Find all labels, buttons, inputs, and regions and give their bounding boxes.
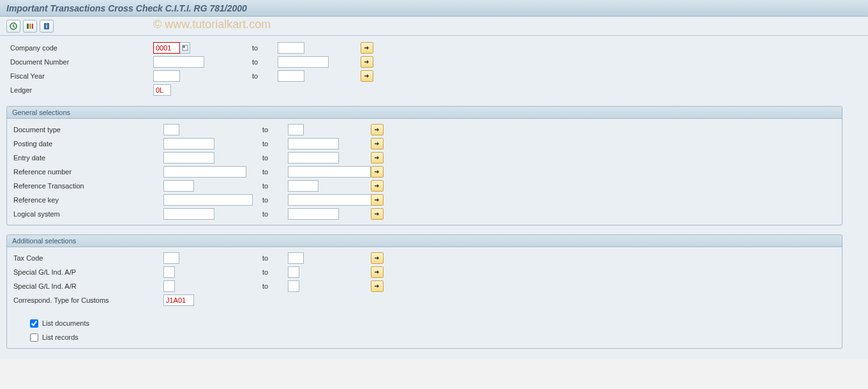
ledger-input[interactable] [153,84,171,96]
fiscal-year-input[interactable] [153,70,180,82]
to-label: to [262,210,288,218]
group-title-additional: Additional selections [7,235,842,247]
label-ledger: Ledger [6,86,153,94]
tax-code-to-input[interactable] [288,252,304,264]
reference-transaction-to-input[interactable] [288,180,318,192]
to-label: to [262,282,288,290]
row-reference-number: Reference number to [7,165,842,179]
correspondence-type-input[interactable] [163,294,194,306]
multi-select-reference-key[interactable] [371,194,384,206]
posting-date-input[interactable] [163,138,214,149]
label-sgl-ar: Special G/L Ind. A/R [7,282,163,290]
label-sgl-ap: Special G/L Ind. A/P [7,268,163,276]
row-reference-key: Reference key to [7,193,842,207]
label-reference-key: Reference key [7,196,163,204]
row-posting-date: Posting date to [7,137,842,151]
row-logical-system: Logical system to [7,207,842,221]
variant-button[interactable] [23,20,37,33]
to-label: to [262,126,288,133]
entry-date-input[interactable] [163,152,214,164]
doc-type-input[interactable] [163,124,179,135]
doc-number-to-input[interactable] [278,56,329,68]
company-code-f4-icon[interactable] [180,42,190,54]
to-label: to [252,58,278,66]
title-bar: Important Transactions Cross Check C.I.T… [0,0,868,17]
reference-transaction-input[interactable] [163,180,194,192]
sgl-ar-input[interactable] [163,280,175,292]
label-posting-date: Posting date [7,140,163,148]
multi-select-reference-transaction[interactable] [371,180,384,192]
reference-key-input[interactable] [163,194,253,206]
sgl-ap-input[interactable] [163,266,175,278]
row-reference-transaction: Reference Transaction to [7,179,842,193]
row-doc-number: Document Number to [6,55,862,69]
label-correspondence-type: Correspond. Type for Customs [7,296,163,304]
label-doc-number: Document Number [6,58,153,66]
to-label: to [262,254,288,262]
list-documents-checkbox[interactable] [30,319,38,328]
logical-system-to-input[interactable] [288,208,339,220]
logical-system-input[interactable] [163,208,214,220]
to-label: to [262,268,288,276]
label-fiscal-year: Fiscal Year [6,72,153,80]
svg-rect-1 [27,24,29,29]
company-code-to-input[interactable] [278,42,304,54]
sgl-ar-to-input[interactable] [288,280,299,292]
reference-number-input[interactable] [163,166,246,178]
row-tax-code: Tax Code to [7,251,842,265]
page-title: Important Transactions Cross Check C.I.T… [6,3,247,13]
row-sgl-ar: Special G/L Ind. A/R to [7,279,842,293]
label-doc-type: Document type [7,126,163,133]
fiscal-year-to-input[interactable] [278,70,304,82]
label-entry-date: Entry date [7,154,163,162]
row-fiscal-year: Fiscal Year to [6,69,862,83]
label-logical-system: Logical system [7,210,163,218]
label-reference-transaction: Reference Transaction [7,182,163,190]
multi-select-tax-code[interactable] [371,252,384,264]
selection-screen: Company code to Document Number to Fisca… [0,36,868,359]
multi-select-doc-type[interactable] [371,124,384,135]
tax-code-input[interactable] [163,252,179,264]
group-general-selections: General selections Document type to Post… [6,106,842,225]
row-entry-date: Entry date to [7,151,842,165]
multi-select-entry-date[interactable] [371,152,384,164]
label-tax-code: Tax Code [7,254,163,262]
multi-select-reference-number[interactable] [371,166,384,178]
posting-date-to-input[interactable] [288,138,339,149]
list-records-checkbox[interactable] [30,333,38,342]
svg-rect-2 [29,24,31,29]
info-button[interactable]: i [40,20,54,33]
doc-type-to-input[interactable] [288,124,304,135]
svg-text:i: i [46,23,48,29]
multi-select-doc-number[interactable] [361,56,373,68]
group-additional-selections: Additional selections Tax Code to Specia… [6,234,842,349]
sgl-ap-to-input[interactable] [288,266,299,278]
multi-select-sgl-ar[interactable] [371,280,384,292]
multi-select-posting-date[interactable] [371,138,384,149]
group-title-general: General selections [7,107,842,119]
row-correspondence-type: Correspond. Type for Customs [7,293,842,307]
toolbar: i [0,17,868,36]
multi-select-fiscal-year[interactable] [361,70,373,82]
multi-select-logical-system[interactable] [371,208,384,220]
to-label: to [262,140,288,148]
execute-button[interactable] [6,20,20,33]
reference-key-to-input[interactable] [288,194,377,206]
svg-rect-7 [183,45,185,48]
multi-select-company-code[interactable] [361,42,373,54]
entry-date-to-input[interactable] [288,152,339,164]
to-label: to [252,44,278,52]
to-label: to [262,196,288,204]
multi-select-sgl-ap[interactable] [371,266,384,278]
to-label: to [252,72,278,80]
label-list-documents: List documents [42,319,89,327]
svg-rect-3 [32,24,33,29]
row-sgl-ap: Special G/L Ind. A/P to [7,265,842,279]
to-label: to [262,154,288,162]
reference-number-to-input[interactable] [288,166,371,178]
row-ledger: Ledger [6,83,862,97]
doc-number-input[interactable] [153,56,204,68]
company-code-input[interactable] [153,42,180,54]
row-company-code: Company code to [6,41,862,55]
to-label: to [262,182,288,190]
